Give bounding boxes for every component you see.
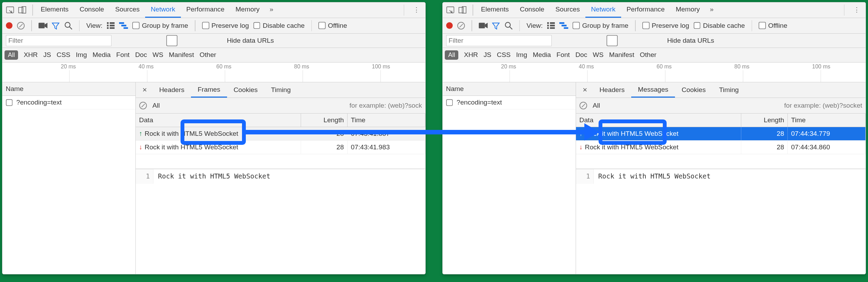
- tab-elements[interactable]: Elements: [35, 2, 74, 18]
- timeline-overview[interactable]: 20 ms 40 ms 60 ms 80 ms 100 ms: [443, 63, 866, 83]
- tab-console[interactable]: Console: [514, 2, 550, 18]
- tab-network[interactable]: Network: [585, 2, 621, 18]
- close-icon[interactable]: ×: [137, 85, 152, 94]
- offline-checkbox[interactable]: Offline: [318, 22, 347, 30]
- messages-table: Data Length Time ↑Rock it with HTML5 Web…: [136, 114, 425, 169]
- filter-other[interactable]: Other: [200, 51, 216, 59]
- col-time-header[interactable]: Time: [348, 114, 425, 127]
- offline-checkbox[interactable]: Offline: [759, 22, 787, 30]
- arrow-down-icon: ↓: [139, 143, 143, 151]
- payload-text: Rock it with HTML5 WebSocket: [594, 169, 715, 184]
- tab-network[interactable]: Network: [145, 2, 181, 18]
- filter-media[interactable]: Media: [93, 51, 111, 59]
- inspect-icon[interactable]: [6, 6, 15, 14]
- record-icon[interactable]: [6, 22, 12, 29]
- tab-sources[interactable]: Sources: [550, 2, 585, 18]
- detail-tab-timing[interactable]: Timing: [712, 83, 745, 97]
- message-row[interactable]: ↑Rock it with HTML5 WebSocket 28 07:44:3…: [576, 127, 866, 141]
- list-view-icon[interactable]: [107, 22, 115, 29]
- dock-controls: [2, 6, 30, 14]
- preserve-log-checkbox[interactable]: Preserve log: [642, 22, 689, 30]
- device-icon[interactable]: [18, 6, 27, 14]
- filter-manifest[interactable]: Manifest: [169, 51, 194, 59]
- kebab-menu-icon[interactable]: ⋮: [408, 3, 425, 17]
- request-row[interactable]: ?encoding=text: [443, 96, 576, 109]
- filter-icon[interactable]: [52, 22, 59, 30]
- search-icon[interactable]: [504, 22, 513, 30]
- request-checkbox[interactable]: [446, 99, 453, 106]
- tab-memory[interactable]: Memory: [230, 2, 265, 18]
- clear-icon[interactable]: [17, 22, 25, 30]
- svg-rect-28: [561, 25, 566, 26]
- filter-img[interactable]: Img: [76, 51, 87, 59]
- message-payload-view: 1 Rock it with HTML5 WebSocket: [136, 169, 425, 184]
- group-by-frame-checkbox[interactable]: Group by frame: [132, 22, 188, 30]
- timeline-overview[interactable]: 20 ms 40 ms 60 ms 80 ms 100 ms: [2, 63, 425, 83]
- detail-tab-cookies[interactable]: Cookies: [675, 83, 712, 97]
- tab-memory[interactable]: Memory: [670, 2, 705, 18]
- clear-messages-icon[interactable]: [579, 102, 587, 109]
- detail-tab-headers[interactable]: Headers: [152, 83, 191, 97]
- svg-rect-23: [547, 27, 549, 29]
- clear-icon[interactable]: [457, 22, 465, 30]
- message-filter-all[interactable]: All: [593, 102, 600, 109]
- device-icon[interactable]: [458, 6, 467, 14]
- tab-console[interactable]: Console: [74, 2, 109, 18]
- line-number: 1: [576, 169, 594, 184]
- col-length-header[interactable]: Length: [301, 114, 348, 127]
- filter-ws[interactable]: WS: [152, 51, 163, 59]
- tabs-overflow-icon[interactable]: »: [265, 2, 278, 18]
- camera-icon[interactable]: [479, 22, 488, 29]
- filter-input[interactable]: [446, 35, 552, 46]
- filter-css[interactable]: CSS: [57, 51, 70, 59]
- request-row[interactable]: ?encoding=text: [2, 96, 135, 109]
- tab-performance[interactable]: Performance: [181, 2, 230, 18]
- tab-performance[interactable]: Performance: [621, 2, 670, 18]
- clear-messages-icon[interactable]: [139, 102, 147, 109]
- message-row[interactable]: ↓Rock it with HTML5 WebSocket 28 07:43:4…: [136, 141, 425, 154]
- filter-all[interactable]: All: [445, 50, 458, 60]
- tabs-overflow-icon[interactable]: »: [706, 2, 718, 18]
- column-name-header[interactable]: Name: [443, 82, 576, 96]
- kebab-menu-icon[interactable]: ⋮: [848, 3, 866, 17]
- tab-sources[interactable]: Sources: [110, 2, 145, 18]
- waterfall-view-icon[interactable]: [119, 22, 128, 29]
- detail-tab-frames[interactable]: Frames: [191, 82, 227, 98]
- svg-rect-14: [124, 27, 128, 29]
- inspect-icon[interactable]: [446, 6, 455, 14]
- detail-tab-timing[interactable]: Timing: [264, 83, 297, 97]
- filter-all[interactable]: All: [5, 50, 18, 60]
- svg-point-19: [505, 22, 510, 27]
- hide-data-urls-checkbox[interactable]: Hide data URLs: [119, 35, 274, 46]
- filter-font[interactable]: Font: [116, 51, 130, 59]
- message-filter-all[interactable]: All: [152, 102, 160, 109]
- camera-icon[interactable]: [39, 22, 48, 29]
- waterfall-view-icon[interactable]: [559, 22, 568, 29]
- record-icon[interactable]: [446, 22, 453, 29]
- tab-elements[interactable]: Elements: [475, 2, 514, 18]
- disable-cache-checkbox[interactable]: Disable cache: [694, 22, 745, 30]
- regex-hint: for example: (web)?sock: [349, 102, 422, 109]
- disable-cache-checkbox[interactable]: Disable cache: [253, 22, 305, 30]
- message-row[interactable]: ↓Rock it with HTML5 WebSocket 28 07:44:3…: [576, 141, 866, 154]
- request-checkbox[interactable]: [6, 99, 13, 106]
- column-name-header[interactable]: Name: [2, 82, 135, 96]
- list-view-icon[interactable]: [547, 22, 555, 29]
- hide-data-urls-checkbox[interactable]: Hide data URLs: [559, 35, 714, 46]
- filter-xhr[interactable]: XHR: [24, 51, 38, 59]
- col-data-header[interactable]: Data: [136, 114, 301, 127]
- preserve-log-checkbox[interactable]: Preserve log: [202, 22, 249, 30]
- svg-rect-13: [121, 25, 126, 26]
- detail-tab-headers[interactable]: Headers: [593, 83, 631, 97]
- filter-js[interactable]: JS: [43, 51, 51, 59]
- detail-tab-messages[interactable]: Messages: [631, 82, 675, 98]
- svg-rect-25: [550, 25, 555, 26]
- filter-icon[interactable]: [492, 22, 500, 30]
- close-icon[interactable]: ×: [577, 85, 593, 94]
- group-by-frame-checkbox[interactable]: Group by frame: [573, 22, 628, 30]
- message-row[interactable]: ↑Rock it with HTML5 WebSocket 28 07:43:4…: [136, 127, 425, 141]
- detail-tab-cookies[interactable]: Cookies: [227, 83, 265, 97]
- filter-doc[interactable]: Doc: [135, 51, 147, 59]
- search-icon[interactable]: [64, 22, 73, 30]
- filter-input[interactable]: [6, 35, 111, 46]
